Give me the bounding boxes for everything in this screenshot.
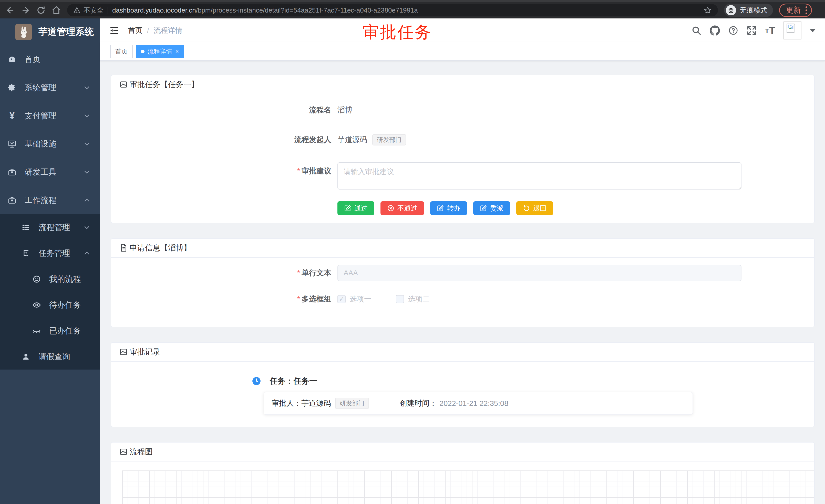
sidebar-item-todo-tasks[interactable]: 待办任务 [0,292,100,318]
avatar-caret-icon[interactable] [810,29,816,32]
bookmark-star-icon[interactable] [703,6,712,14]
reject-button[interactable]: 不通过 [380,201,424,215]
sidebar: 芋道管理系统 首页 系统管理 ¥ 支付管理 基础设施 研发工具 [0,18,100,504]
avatar[interactable] [783,21,802,39]
rotate-left-icon [523,204,530,212]
breadcrumb-current: 流程详情 [154,26,182,35]
card-header: 审批记录 [111,343,814,362]
field-label: *审批建议 [111,162,338,176]
sidebar-item-label: 基础设施 [24,139,56,149]
workflow-submenu: 流程管理 任务管理 我的流程 待办任务 已办任务 请假 [0,215,100,369]
sidebar-item-infra[interactable]: 基础设施 [0,130,100,158]
breadcrumb: 首页 / 流程详情 [128,26,182,35]
process-name-row: 流程名 滔博 [111,102,814,118]
picture-icon [120,80,128,89]
fullscreen-icon[interactable] [747,25,757,35]
sidebar-item-my-process[interactable]: 我的流程 [0,266,100,292]
close-icon[interactable]: × [175,49,179,55]
tags-view-bar: 首页 流程详情 × [100,42,825,61]
sidebar-item-task-mgmt[interactable]: 任务管理 [0,240,100,266]
breadcrumb-separator: / [147,26,149,34]
eye-closed-icon [32,327,41,335]
omnibox-divider [107,7,108,14]
clock-icon [251,376,261,386]
suggestion-textarea[interactable] [338,162,742,189]
page-content: 审批任务【任务一】 流程名 滔博 流程发起人 芋道源码 研发部门 [100,61,825,504]
sidebar-item-leave-query[interactable]: 请假查询 [0,344,100,369]
sidebar-item-system[interactable]: 系统管理 [0,74,100,102]
sidebar-item-done-tasks[interactable]: 已办任务 [0,318,100,344]
chevron-down-icon [83,84,90,91]
card-title: 审批记录 [130,347,160,357]
created-time: 2022-01-21 22:35:08 [439,399,508,408]
approval-record-card: 审批记录 任务：任务一 审批人： 芋道源码 研发部门 创建时间： 2022-01… [111,342,815,427]
sidebar-item-label: 待办任务 [49,300,81,310]
suggestion-row: *审批建议 [111,162,814,189]
approve-button[interactable]: 通过 [338,201,374,215]
back-icon[interactable] [6,6,15,15]
checkbox-label: 选项二 [408,294,430,304]
security-label: 不安全 [83,6,103,15]
person-icon [21,352,30,361]
dashboard-icon [8,55,16,64]
font-size-icon[interactable]: TT [765,26,775,35]
process-name-value: 滔博 [338,105,352,115]
single-text-input [338,265,742,281]
transfer-button[interactable]: 转办 [430,201,467,215]
forward-icon[interactable] [21,6,30,15]
picture-icon [120,348,128,356]
browser-toolbar: 不安全 dashboard.yudao.iocoder.cn/bpm/proce… [0,2,825,18]
checkbox-checked: ✓ [338,295,346,303]
header-actions: TT [691,21,816,39]
sidebar-item-home[interactable]: 首页 [0,45,100,74]
github-icon[interactable] [710,25,720,35]
sidebar-item-label: 流程管理 [39,222,70,233]
sidebar-item-workflow[interactable]: 工作流程 [0,186,100,215]
sidebar-item-label: 工作流程 [24,195,56,205]
return-button[interactable]: 退回 [516,201,553,215]
sidebar-item-payment[interactable]: ¥ 支付管理 [0,102,100,130]
search-icon[interactable] [691,25,701,35]
sidebar-item-label: 请假查询 [39,351,70,362]
edit-icon [480,204,487,212]
sidebar-logo[interactable]: 芋道管理系统 [0,18,100,45]
chevron-down-icon [83,169,90,175]
url-host: dashboard.yudao.iocoder.cn [112,6,196,14]
gear-icon [8,83,16,92]
briefcase-icon [8,196,16,204]
app-header: 首页 / 流程详情 审批任务 TT [100,18,825,42]
chevron-down-icon [83,112,90,119]
tab-process-detail[interactable]: 流程详情 × [136,45,184,58]
card-title: 流程图 [130,447,153,457]
breadcrumb-home[interactable]: 首页 [128,26,142,35]
sidebar-item-devtools[interactable]: 研发工具 [0,158,100,186]
created-label: 创建时间： [400,398,437,409]
not-secure-icon [73,7,80,14]
sidebar-item-process-mgmt[interactable]: 流程管理 [0,215,100,240]
browser-menu-icon[interactable] [806,6,807,14]
tab-label: 流程详情 [148,48,172,56]
chrome-update-button[interactable]: 更新 [779,4,812,17]
card-body: 流程名 滔博 流程发起人 芋道源码 研发部门 *审批建议 [111,102,814,215]
checkbox-label: 选项一 [350,294,371,304]
reload-icon[interactable] [36,6,46,15]
field-label: *多选框组 [111,294,338,304]
help-icon[interactable] [728,25,738,35]
edit-icon [344,204,351,212]
chevron-up-icon [83,250,90,257]
delegate-button[interactable]: 委派 [473,201,510,215]
tab-home[interactable]: 首页 [110,45,133,58]
bpmn-canvas[interactable] [122,471,814,504]
sidebar-fold-icon[interactable] [109,25,120,35]
sidebar-item-label: 首页 [24,54,41,65]
dept-tag: 研发部门 [335,398,369,409]
url-bar[interactable]: 不安全 dashboard.yudao.iocoder.cn/bpm/proce… [67,4,718,16]
picture-icon [120,448,128,456]
home-icon[interactable] [52,6,61,15]
chevron-down-icon [83,141,90,147]
face-icon [32,275,41,283]
initiator-row: 流程发起人 芋道源码 研发部门 [111,132,814,148]
card-body [111,471,814,504]
field-label: *单行文本 [111,268,338,278]
application-info-card: 申请信息【滔博】 *单行文本 *多选框组 ✓ 选项一 选项二 [111,238,815,327]
